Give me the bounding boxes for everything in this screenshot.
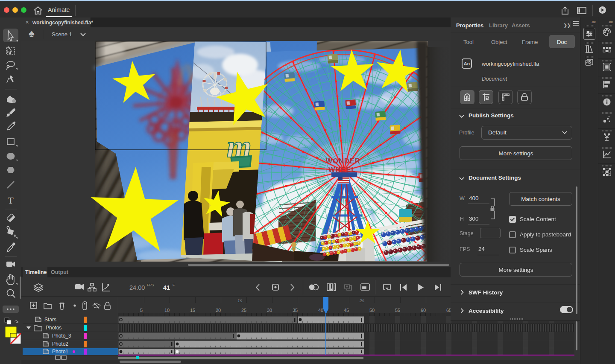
- svg-text:WHEEL: WHEEL: [328, 166, 356, 173]
- svg-text:Timeline: Timeline: [25, 269, 47, 275]
- svg-text:WONDER: WONDER: [325, 157, 360, 165]
- svg-text:55: 55: [395, 308, 400, 313]
- svg-text:5: 5: [140, 308, 143, 313]
- svg-text:Photo1: Photo1: [52, 349, 68, 355]
- svg-text:50: 50: [369, 308, 375, 313]
- svg-text:T: T: [8, 195, 14, 206]
- svg-text:40: 40: [318, 308, 323, 313]
- svg-text:25: 25: [241, 308, 246, 313]
- svg-text:Photo_3: Photo_3: [52, 333, 71, 339]
- svg-text:15: 15: [190, 308, 195, 313]
- svg-text:24.00: 24.00: [129, 284, 145, 291]
- svg-text:FPS: FPS: [147, 283, 154, 287]
- svg-text:41: 41: [163, 284, 170, 291]
- svg-text:Photos: Photos: [46, 325, 62, 331]
- svg-text:Output: Output: [51, 269, 69, 275]
- svg-text:10: 10: [164, 308, 170, 313]
- svg-text:Photo2: Photo2: [52, 341, 68, 347]
- svg-text:45: 45: [344, 308, 349, 313]
- svg-text:Stars: Stars: [44, 317, 56, 323]
- svg-text:F: F: [173, 283, 175, 287]
- svg-text:20: 20: [216, 308, 221, 313]
- svg-text:1s: 1s: [237, 298, 243, 303]
- svg-text:30: 30: [267, 308, 272, 313]
- svg-text:35: 35: [293, 308, 298, 313]
- svg-text:2s: 2s: [359, 298, 365, 303]
- svg-text:60: 60: [421, 308, 426, 313]
